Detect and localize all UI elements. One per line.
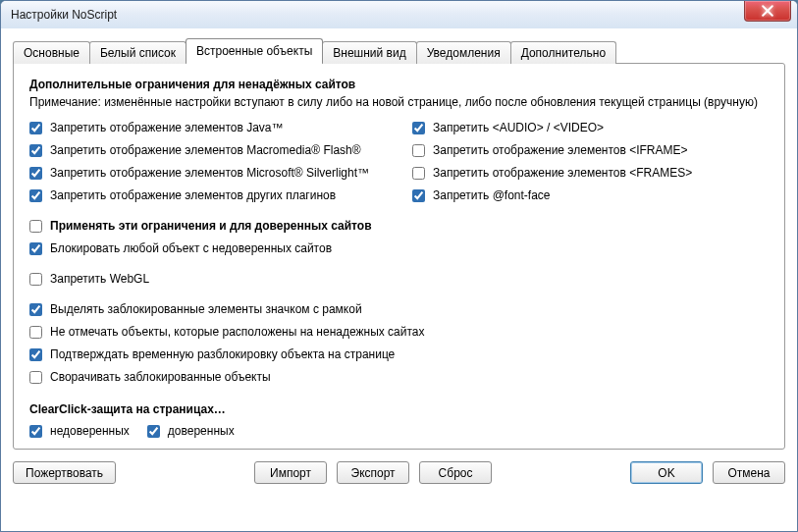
- checkbox-input[interactable]: [29, 122, 42, 134]
- checkbox-audio-video: Запретить <AUDIO> / <VIDEO>: [412, 121, 692, 135]
- clearclick-row: недоверенных доверенных: [29, 424, 769, 439]
- section-title: Дополнительные ограничения для ненадёжны…: [29, 78, 769, 91]
- clearclick-title: ClearClick-защита на страницах…: [29, 402, 769, 416]
- checkbox-java: Запретить отображение элементов Java™: [29, 121, 373, 135]
- export-button[interactable]: Экспорт: [337, 461, 409, 484]
- checkbox-label: Запретить <AUDIO> / <VIDEO>: [433, 121, 604, 135]
- window-title: Настройки NoScript: [11, 8, 744, 22]
- group-webgl: Запретить WebGL: [29, 272, 769, 287]
- checkbox-input[interactable]: [412, 167, 425, 180]
- ok-button[interactable]: OK: [630, 461, 703, 484]
- tab-strip: Основные Белый список Встроенные объекты…: [13, 38, 785, 450]
- footer: Пожертвовать Импорт Экспорт Сброс OK Отм…: [13, 450, 785, 484]
- tab-appearance[interactable]: Внешний вид: [322, 41, 416, 64]
- donate-button[interactable]: Пожертвовать: [13, 461, 116, 484]
- checkbox-input[interactable]: [29, 167, 42, 180]
- tab-label: Встроенные объекты: [196, 44, 312, 58]
- close-button[interactable]: [744, 1, 791, 22]
- checkbox-label: Запретить WebGL: [50, 272, 149, 287]
- checkbox-label: недоверенных: [50, 424, 130, 439]
- checkbox-confirm-unblock: Подтверждать временную разблокировку объ…: [29, 347, 769, 362]
- tab-label: Уведомления: [427, 46, 501, 60]
- group-display-options: Выделять заблокированные элементы значко…: [29, 302, 769, 385]
- tab-whitelist[interactable]: Белый список: [89, 41, 186, 64]
- checkbox-input[interactable]: [29, 144, 42, 157]
- checkbox-input[interactable]: [29, 189, 42, 202]
- import-button[interactable]: Импорт: [254, 461, 327, 484]
- checkbox-input[interactable]: [29, 425, 42, 438]
- checkbox-input[interactable]: [412, 144, 425, 157]
- checkbox-label: Применять эти ограничения и для доверенн…: [50, 219, 372, 234]
- tab-notifications[interactable]: Уведомления: [416, 41, 511, 64]
- checkbox-input[interactable]: [29, 348, 42, 361]
- checkbox-input[interactable]: [147, 425, 160, 438]
- cancel-button[interactable]: Отмена: [713, 461, 785, 484]
- checkbox-label: Блокировать любой объект с недоверенных …: [50, 241, 332, 256]
- reset-button[interactable]: Сброс: [419, 461, 492, 484]
- checkbox-other-plugins: Запретить отображение элементов других п…: [29, 188, 373, 203]
- checkbox-input[interactable]: [29, 273, 42, 286]
- checkbox-input[interactable]: [29, 242, 42, 255]
- checkbox-clearclick-untrusted: недоверенных: [29, 424, 130, 439]
- checkbox-label: доверенных: [168, 424, 235, 439]
- checkbox-label: Запретить отображение элементов Microsof…: [50, 166, 369, 181]
- checkbox-clearclick-trusted: доверенных: [147, 424, 235, 439]
- tab-label: Основные: [24, 46, 80, 60]
- checkbox-flash: Запретить отображение элементов Macromed…: [29, 143, 373, 158]
- checkbox-label: Сворачивать заблокированные объекты: [50, 370, 271, 385]
- tab-label: Белый список: [100, 46, 176, 60]
- checkbox-label: Запретить @font-face: [433, 188, 551, 203]
- checkbox-input[interactable]: [412, 189, 425, 202]
- tab-advanced[interactable]: Дополнительно: [510, 41, 616, 64]
- checkbox-label: Запретить отображение элементов других п…: [50, 188, 336, 203]
- checkbox-label: Запретить отображение элементов <IFRAME>: [433, 143, 688, 158]
- checkbox-webgl: Запретить WebGL: [29, 272, 769, 287]
- checkbox-input[interactable]: [412, 122, 425, 134]
- checkbox-placeholder-icon: Выделять заблокированные элементы значко…: [29, 302, 769, 317]
- settings-window: Настройки NoScript Основные Белый список…: [0, 0, 798, 532]
- tab-main[interactable]: Основные: [13, 41, 90, 64]
- checkbox-font-face: Запретить @font-face: [412, 188, 692, 203]
- restrictions-right-column: Запретить <AUDIO> / <VIDEO> Запретить от…: [412, 121, 692, 203]
- checkbox-block-untrusted-objects: Блокировать любой объект с недоверенных …: [29, 241, 769, 256]
- checkbox-input[interactable]: [29, 303, 42, 316]
- checkbox-input[interactable]: [29, 220, 42, 233]
- checkbox-frames: Запретить отображение элементов <FRAMES>: [412, 166, 692, 181]
- checkbox-input[interactable]: [29, 371, 42, 384]
- checkbox-label: Выделять заблокированные элементы значко…: [50, 302, 362, 317]
- checkbox-iframe: Запретить отображение элементов <IFRAME>: [412, 143, 692, 158]
- checkbox-collapse-blocked: Сворачивать заблокированные объекты: [29, 370, 769, 385]
- section-note: Примечание: изменённые настройки вступаю…: [29, 95, 769, 109]
- tab-embedded[interactable]: Встроенные объекты: [186, 38, 323, 63]
- checkbox-label: Запретить отображение элементов Java™: [50, 121, 284, 135]
- checkbox-input[interactable]: [29, 326, 42, 339]
- checkbox-silverlight: Запретить отображение элементов Microsof…: [29, 166, 373, 181]
- checkbox-no-mark-untrusted: Не отмечать объекты, которые расположены…: [29, 325, 769, 340]
- tab-label: Внешний вид: [333, 46, 405, 60]
- checkbox-label: Запретить отображение элементов Macromed…: [50, 143, 361, 158]
- titlebar: Настройки NoScript: [1, 1, 797, 29]
- client-area: Основные Белый список Встроенные объекты…: [1, 28, 797, 531]
- checkbox-label: Подтверждать временную разблокировку объ…: [50, 347, 395, 362]
- checkbox-label: Не отмечать объекты, которые расположены…: [50, 325, 425, 340]
- tab-label: Дополнительно: [521, 46, 606, 60]
- group-apply-trusted: Применять эти ограничения и для доверенн…: [29, 219, 769, 256]
- restrictions-left-column: Запретить отображение элементов Java™ За…: [29, 121, 373, 203]
- checkbox-apply-trusted: Применять эти ограничения и для доверенн…: [29, 219, 769, 234]
- close-icon: [762, 5, 773, 17]
- tab-panel: Дополнительные ограничения для ненадёжны…: [13, 63, 785, 450]
- checkbox-label: Запретить отображение элементов <FRAMES>: [433, 166, 692, 181]
